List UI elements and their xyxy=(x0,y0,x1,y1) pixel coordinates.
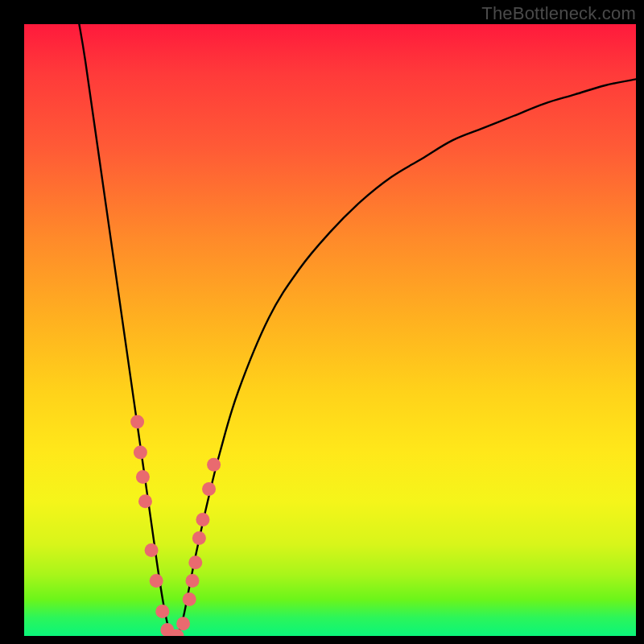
curve-marker xyxy=(196,513,209,526)
watermark-text: TheBottleneck.com xyxy=(481,3,636,24)
curve-marker xyxy=(134,446,147,460)
curve-marker xyxy=(183,592,196,606)
curve-marker xyxy=(136,470,150,484)
curve-marker xyxy=(207,458,221,472)
curve-marker xyxy=(138,494,152,508)
marker-group xyxy=(130,415,221,637)
curve-marker xyxy=(188,555,202,569)
curve-marker xyxy=(155,605,169,618)
curve-marker xyxy=(176,617,190,630)
bottleneck-curve-path xyxy=(79,24,636,636)
curve-marker xyxy=(150,574,163,588)
curve-marker xyxy=(186,574,200,588)
curve-marker xyxy=(145,543,159,557)
bottleneck-curve-svg xyxy=(24,24,636,636)
plot-area xyxy=(24,24,636,636)
curve-marker xyxy=(202,482,216,496)
curve-marker xyxy=(192,531,206,545)
curve-marker xyxy=(130,415,144,429)
chart-frame: TheBottleneck.com xyxy=(0,0,644,644)
